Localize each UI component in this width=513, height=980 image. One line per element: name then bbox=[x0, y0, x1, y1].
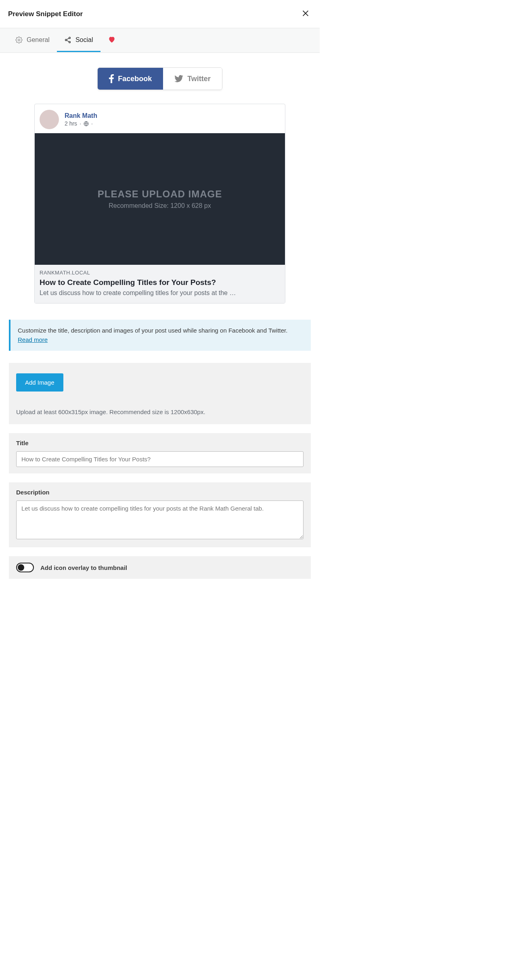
svg-point-4 bbox=[65, 39, 67, 41]
add-image-button[interactable]: Add Image bbox=[16, 373, 63, 392]
editor-header: Preview Snippet Editor bbox=[0, 0, 320, 28]
title-input[interactable] bbox=[16, 451, 304, 467]
twitter-toggle-label: Twitter bbox=[187, 75, 211, 83]
social-network-toggle: Facebook Twitter bbox=[0, 53, 320, 104]
svg-line-7 bbox=[67, 40, 69, 41]
description-panel: Description bbox=[9, 482, 311, 547]
preview-image-text1: PLEASE UPLOAD IMAGE bbox=[98, 188, 222, 200]
close-icon bbox=[301, 9, 310, 18]
preview-time: 2 hrs bbox=[65, 120, 77, 127]
avatar bbox=[40, 110, 59, 129]
toggle-knob bbox=[18, 564, 24, 571]
heart-icon bbox=[108, 36, 116, 44]
svg-line-6 bbox=[67, 38, 69, 39]
twitter-toggle-button[interactable]: Twitter bbox=[163, 68, 222, 90]
title-panel: Title bbox=[9, 433, 311, 473]
preview-body: RANKMATH.LOCAL How to Create Compelling … bbox=[35, 265, 285, 303]
svg-point-3 bbox=[69, 37, 71, 38]
info-text: Customize the title, description and ima… bbox=[18, 327, 287, 334]
preview-image-text2: Recommended Size: 1200 x 628 px bbox=[109, 202, 211, 209]
preview-meta: 2 hrs · · bbox=[65, 120, 97, 127]
tab-bar: General Social bbox=[0, 28, 320, 53]
tab-social-label: Social bbox=[75, 36, 93, 44]
facebook-preview-card: Rank Math 2 hrs · · PLEASE UPLOAD IMAGE … bbox=[34, 104, 285, 304]
overlay-toggle[interactable] bbox=[16, 563, 34, 572]
globe-icon bbox=[84, 121, 89, 126]
description-input[interactable] bbox=[16, 500, 304, 539]
overlay-panel: Add icon overlay to thumbnail bbox=[9, 556, 311, 579]
close-button[interactable] bbox=[299, 7, 312, 21]
description-label: Description bbox=[16, 489, 304, 496]
preview-domain: RANKMATH.LOCAL bbox=[40, 270, 280, 276]
tab-general[interactable]: General bbox=[8, 29, 57, 52]
tab-favorite[interactable] bbox=[101, 28, 123, 52]
tab-general-label: General bbox=[27, 36, 50, 44]
svg-point-2 bbox=[18, 39, 20, 41]
page-title: Preview Snippet Editor bbox=[8, 10, 83, 18]
preview-image-placeholder: PLEASE UPLOAD IMAGE Recommended Size: 12… bbox=[35, 133, 285, 265]
read-more-link[interactable]: Read more bbox=[18, 336, 48, 343]
overlay-toggle-label: Add icon overlay to thumbnail bbox=[40, 564, 127, 571]
image-helper-text: Upload at least 600x315px image. Recomme… bbox=[16, 408, 304, 415]
twitter-icon bbox=[174, 75, 183, 82]
facebook-toggle-button[interactable]: Facebook bbox=[98, 68, 163, 90]
title-label: Title bbox=[16, 440, 304, 446]
preview-author: Rank Math bbox=[65, 112, 97, 119]
tab-social[interactable]: Social bbox=[57, 29, 101, 52]
add-image-panel: Add Image Upload at least 600x315px imag… bbox=[9, 363, 311, 424]
facebook-toggle-label: Facebook bbox=[118, 75, 152, 83]
gear-icon bbox=[15, 36, 23, 44]
info-banner: Customize the title, description and ima… bbox=[9, 320, 311, 351]
preview-title: How to Create Compelling Titles for Your… bbox=[40, 278, 280, 287]
facebook-icon bbox=[109, 74, 114, 83]
preview-header: Rank Math 2 hrs · · bbox=[35, 104, 285, 133]
preview-description: Let us discuss how to create compelling … bbox=[40, 289, 280, 297]
share-icon bbox=[64, 36, 71, 44]
svg-point-5 bbox=[69, 41, 71, 43]
